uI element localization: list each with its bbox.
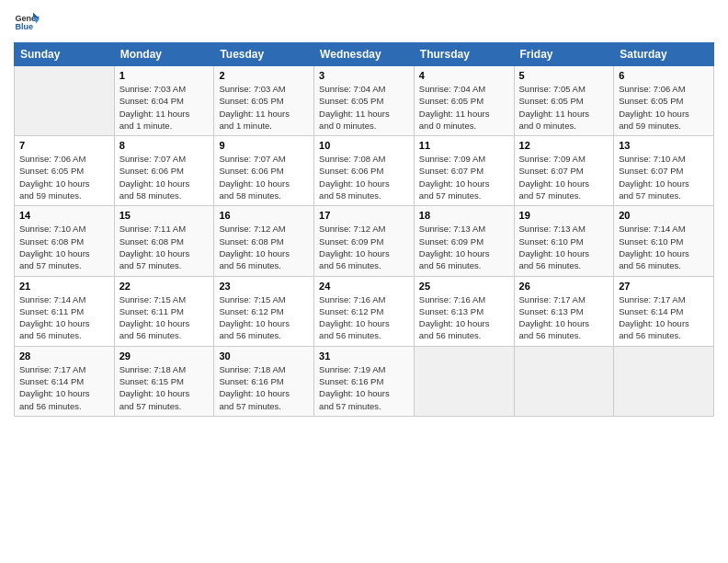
- day-header-thursday: Thursday: [414, 43, 514, 66]
- day-detail: Sunrise: 7:09 AMSunset: 6:07 PMDaylight:…: [419, 153, 509, 201]
- logo-icon: General Blue: [14, 9, 40, 35]
- day-number: 17: [319, 210, 409, 221]
- calendar-cell: 14Sunrise: 7:10 AMSunset: 6:08 PMDayligh…: [15, 206, 115, 276]
- day-number: 12: [519, 140, 609, 151]
- day-number: 11: [419, 140, 509, 151]
- day-detail: Sunrise: 7:15 AMSunset: 6:11 PMDaylight:…: [119, 293, 210, 342]
- day-detail: Sunrise: 7:05 AMSunset: 6:05 PMDaylight:…: [519, 83, 609, 132]
- calendar-cell: 11Sunrise: 7:09 AMSunset: 6:07 PMDayligh…: [414, 136, 514, 206]
- calendar-cell: 19Sunrise: 7:13 AMSunset: 6:10 PMDayligh…: [514, 206, 614, 276]
- page: General Blue SundayMondayTuesdayWednesda…: [0, 0, 728, 563]
- day-number: 10: [319, 140, 409, 151]
- calendar-cell: [15, 66, 115, 136]
- calendar-cell: 2Sunrise: 7:03 AMSunset: 6:05 PMDaylight…: [214, 66, 314, 136]
- logo: General Blue: [14, 9, 40, 35]
- day-number: 29: [119, 350, 210, 362]
- day-detail: Sunrise: 7:17 AMSunset: 6:14 PMDaylight:…: [619, 293, 709, 342]
- day-detail: Sunrise: 7:06 AMSunset: 6:05 PMDaylight:…: [19, 153, 109, 201]
- day-detail: Sunrise: 7:11 AMSunset: 6:08 PMDaylight:…: [119, 223, 210, 271]
- calendar-cell: 15Sunrise: 7:11 AMSunset: 6:08 PMDayligh…: [114, 206, 214, 276]
- day-detail: Sunrise: 7:04 AMSunset: 6:05 PMDaylight:…: [419, 83, 509, 132]
- day-number: 19: [519, 210, 609, 221]
- day-detail: Sunrise: 7:10 AMSunset: 6:08 PMDaylight:…: [19, 223, 109, 271]
- calendar-cell: 23Sunrise: 7:15 AMSunset: 6:12 PMDayligh…: [214, 276, 314, 346]
- day-detail: Sunrise: 7:07 AMSunset: 6:06 PMDaylight:…: [219, 153, 309, 201]
- day-number: 31: [319, 350, 409, 362]
- day-number: 25: [419, 281, 509, 292]
- calendar-cell: 22Sunrise: 7:15 AMSunset: 6:11 PMDayligh…: [114, 276, 214, 346]
- calendar-cell: 6Sunrise: 7:06 AMSunset: 6:05 PMDaylight…: [614, 66, 714, 136]
- calendar-cell: 5Sunrise: 7:05 AMSunset: 6:05 PMDaylight…: [514, 66, 614, 136]
- calendar-cell: 17Sunrise: 7:12 AMSunset: 6:09 PMDayligh…: [314, 206, 415, 276]
- calendar-cell: 12Sunrise: 7:09 AMSunset: 6:07 PMDayligh…: [514, 136, 614, 206]
- calendar-cell: 4Sunrise: 7:04 AMSunset: 6:05 PMDaylight…: [414, 66, 514, 136]
- svg-text:Blue: Blue: [15, 22, 33, 31]
- header-row: SundayMondayTuesdayWednesdayThursdayFrid…: [15, 43, 714, 66]
- day-detail: Sunrise: 7:06 AMSunset: 6:05 PMDaylight:…: [619, 83, 709, 132]
- day-detail: Sunrise: 7:17 AMSunset: 6:14 PMDaylight:…: [19, 363, 109, 412]
- day-header-monday: Monday: [114, 43, 214, 66]
- day-detail: Sunrise: 7:04 AMSunset: 6:05 PMDaylight:…: [319, 83, 409, 132]
- day-detail: Sunrise: 7:08 AMSunset: 6:06 PMDaylight:…: [319, 153, 409, 201]
- day-detail: Sunrise: 7:17 AMSunset: 6:13 PMDaylight:…: [519, 293, 609, 342]
- day-detail: Sunrise: 7:14 AMSunset: 6:10 PMDaylight:…: [619, 223, 709, 271]
- calendar-cell: 7Sunrise: 7:06 AMSunset: 6:05 PMDaylight…: [15, 136, 115, 206]
- day-number: 6: [619, 70, 709, 81]
- calendar-cell: [414, 346, 514, 416]
- day-detail: Sunrise: 7:15 AMSunset: 6:12 PMDaylight:…: [219, 293, 309, 342]
- day-header-friday: Friday: [514, 43, 614, 66]
- day-detail: Sunrise: 7:14 AMSunset: 6:11 PMDaylight:…: [19, 293, 109, 342]
- day-number: 3: [319, 70, 409, 81]
- calendar-cell: 28Sunrise: 7:17 AMSunset: 6:14 PMDayligh…: [15, 346, 115, 416]
- day-number: 26: [519, 281, 609, 292]
- calendar-cell: [614, 346, 714, 416]
- day-detail: Sunrise: 7:07 AMSunset: 6:06 PMDaylight:…: [119, 153, 210, 201]
- day-header-saturday: Saturday: [614, 43, 714, 66]
- calendar-table: SundayMondayTuesdayWednesdayThursdayFrid…: [14, 42, 714, 417]
- week-row-1: 1Sunrise: 7:03 AMSunset: 6:04 PMDaylight…: [15, 66, 714, 136]
- header: General Blue: [14, 9, 714, 35]
- day-detail: Sunrise: 7:16 AMSunset: 6:12 PMDaylight:…: [319, 293, 409, 342]
- day-number: 8: [119, 140, 210, 151]
- calendar-cell: 3Sunrise: 7:04 AMSunset: 6:05 PMDaylight…: [314, 66, 415, 136]
- calendar-cell: 21Sunrise: 7:14 AMSunset: 6:11 PMDayligh…: [15, 276, 115, 346]
- calendar-cell: 20Sunrise: 7:14 AMSunset: 6:10 PMDayligh…: [614, 206, 714, 276]
- day-number: 15: [119, 210, 210, 221]
- week-row-4: 21Sunrise: 7:14 AMSunset: 6:11 PMDayligh…: [15, 276, 714, 346]
- week-row-3: 14Sunrise: 7:10 AMSunset: 6:08 PMDayligh…: [15, 206, 714, 276]
- day-detail: Sunrise: 7:13 AMSunset: 6:10 PMDaylight:…: [519, 223, 609, 271]
- week-row-2: 7Sunrise: 7:06 AMSunset: 6:05 PMDaylight…: [15, 136, 714, 206]
- calendar-cell: 13Sunrise: 7:10 AMSunset: 6:07 PMDayligh…: [614, 136, 714, 206]
- calendar-cell: 30Sunrise: 7:18 AMSunset: 6:16 PMDayligh…: [214, 346, 314, 416]
- day-detail: Sunrise: 7:12 AMSunset: 6:08 PMDaylight:…: [219, 223, 309, 271]
- day-number: 13: [619, 140, 709, 151]
- day-detail: Sunrise: 7:19 AMSunset: 6:16 PMDaylight:…: [319, 363, 409, 412]
- calendar-cell: 29Sunrise: 7:18 AMSunset: 6:15 PMDayligh…: [114, 346, 214, 416]
- calendar-cell: [514, 346, 614, 416]
- calendar-cell: 9Sunrise: 7:07 AMSunset: 6:06 PMDaylight…: [214, 136, 314, 206]
- day-detail: Sunrise: 7:18 AMSunset: 6:15 PMDaylight:…: [119, 363, 210, 412]
- day-number: 9: [219, 140, 309, 151]
- day-detail: Sunrise: 7:10 AMSunset: 6:07 PMDaylight:…: [619, 153, 709, 201]
- day-number: 22: [119, 281, 210, 292]
- day-header-sunday: Sunday: [15, 43, 115, 66]
- day-number: 1: [119, 70, 210, 81]
- day-number: 2: [219, 70, 309, 81]
- day-detail: Sunrise: 7:03 AMSunset: 6:05 PMDaylight:…: [219, 83, 309, 132]
- day-number: 7: [19, 140, 109, 151]
- day-number: 20: [619, 210, 709, 221]
- day-detail: Sunrise: 7:03 AMSunset: 6:04 PMDaylight:…: [119, 83, 210, 132]
- calendar-cell: 27Sunrise: 7:17 AMSunset: 6:14 PMDayligh…: [614, 276, 714, 346]
- day-detail: Sunrise: 7:12 AMSunset: 6:09 PMDaylight:…: [319, 223, 409, 271]
- day-header-tuesday: Tuesday: [214, 43, 314, 66]
- calendar-cell: 24Sunrise: 7:16 AMSunset: 6:12 PMDayligh…: [314, 276, 415, 346]
- day-number: 24: [319, 281, 409, 292]
- calendar-cell: 16Sunrise: 7:12 AMSunset: 6:08 PMDayligh…: [214, 206, 314, 276]
- day-detail: Sunrise: 7:16 AMSunset: 6:13 PMDaylight:…: [419, 293, 509, 342]
- day-number: 23: [219, 281, 309, 292]
- day-detail: Sunrise: 7:18 AMSunset: 6:16 PMDaylight:…: [219, 363, 309, 412]
- calendar-cell: 10Sunrise: 7:08 AMSunset: 6:06 PMDayligh…: [314, 136, 415, 206]
- day-number: 5: [519, 70, 609, 81]
- calendar-cell: 26Sunrise: 7:17 AMSunset: 6:13 PMDayligh…: [514, 276, 614, 346]
- calendar-cell: 31Sunrise: 7:19 AMSunset: 6:16 PMDayligh…: [314, 346, 415, 416]
